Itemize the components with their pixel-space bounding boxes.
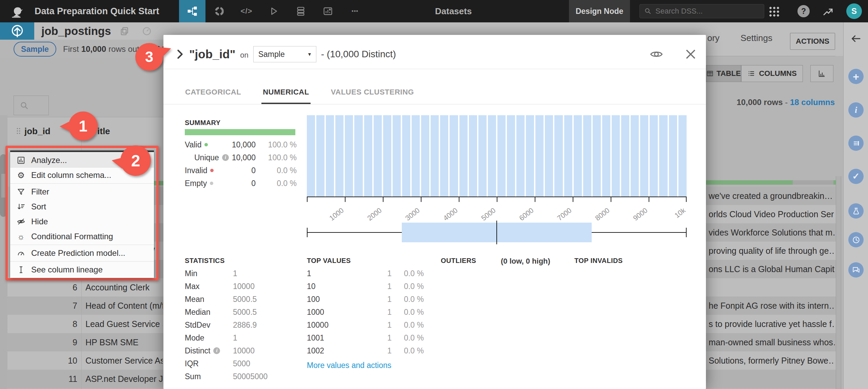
x-axis-tick — [383, 197, 383, 202]
menu-item-see-column-lineage[interactable]: See column lineage — [10, 262, 154, 277]
dataset-tabs-right: ory Settings ACTIONS — [706, 22, 843, 56]
global-search-input[interactable] — [655, 7, 750, 16]
columns-view-button[interactable]: COLUMNS — [741, 65, 803, 82]
stat-label: IQR — [185, 357, 199, 370]
tab-values-clustering[interactable]: VALUES CLUSTERING — [330, 85, 415, 104]
automation-nav-tile[interactable] — [288, 0, 314, 22]
histogram-bar — [612, 115, 620, 197]
filter-icon — [16, 187, 26, 196]
histogram-bar — [669, 115, 677, 197]
jobs-nav-tile[interactable] — [260, 0, 287, 22]
tab-settings[interactable]: Settings — [741, 33, 772, 43]
more-nav-tile[interactable]: ••• — [342, 0, 368, 22]
table-cell-job-id: 6 — [44, 278, 77, 296]
summary-value: 0 — [251, 164, 256, 177]
top-navigation-bar: Data Preparation Quick Start </> — [0, 0, 868, 22]
column-header-title-partial[interactable]: itle — [97, 126, 110, 137]
menu-separator — [10, 261, 154, 262]
table-filter-search[interactable] — [14, 96, 49, 115]
design-node-label[interactable]: Design Node — [569, 0, 630, 22]
global-search[interactable] — [639, 4, 764, 18]
stat-value: 10000 — [233, 344, 255, 357]
menu-item-label: Hide — [31, 217, 48, 226]
menu-item-conditional-formatting[interactable]: ☼Conditional Formatting — [10, 229, 154, 244]
info-button[interactable]: i — [848, 102, 864, 118]
bar-chart-icon — [817, 69, 826, 78]
top-value-row: 100210.0 % — [307, 344, 424, 357]
menu-item-filter[interactable]: Filter — [10, 184, 154, 199]
top-value: 1001 — [307, 331, 324, 344]
histogram-bar — [374, 115, 382, 197]
schema-button[interactable] — [848, 136, 864, 151]
schema-list-icon — [852, 139, 861, 148]
menu-item-create-prediction-model[interactable]: Create Prediction model... — [10, 246, 154, 261]
stat-row-mode: Mode1 — [185, 331, 300, 344]
menu-item-hide[interactable]: Hide — [10, 214, 154, 229]
drag-handle-icon[interactable] — [16, 127, 21, 135]
boxplot[interactable] — [307, 221, 687, 244]
right-header-divider — [706, 56, 835, 56]
row-count: 10,000 rows — [737, 98, 783, 107]
x-axis-tick — [459, 197, 459, 202]
history-button[interactable] — [848, 232, 864, 247]
annotation-step-2: 2 — [120, 145, 151, 176]
help-icon[interactable]: ? — [797, 5, 810, 17]
code-nav-tile[interactable]: </> — [233, 0, 260, 22]
column-count-link[interactable]: 18 columns — [790, 98, 835, 107]
table-cell-description-fragment: orlds Cloud Video Production Ser… — [709, 205, 835, 223]
chart-view-button[interactable] — [810, 65, 833, 82]
table-view-button[interactable]: TABLE — [706, 65, 741, 82]
tab-history-partial[interactable]: ory — [707, 33, 719, 43]
status-checks-button[interactable]: ✓ — [848, 169, 864, 184]
charts-nav-tile[interactable] — [206, 0, 233, 22]
more-values-link[interactable]: More values and actions — [307, 361, 391, 370]
top-value-count: 1 — [387, 267, 392, 280]
modal-header-divider — [163, 69, 706, 69]
apps-grid-icon[interactable] — [768, 6, 779, 17]
prediction-model-icon — [16, 249, 26, 258]
actions-button[interactable]: ACTIONS — [790, 33, 835, 50]
histogram-bar — [431, 115, 439, 197]
x-axis-tick — [497, 197, 497, 202]
stat-value: 1 — [233, 267, 237, 280]
nav-breadcrumb-datasets[interactable]: Datasets — [435, 0, 472, 22]
sample-badge[interactable]: Sample — [14, 42, 56, 57]
x-axis-tick — [345, 197, 346, 202]
top-value-count: 1 — [387, 344, 392, 357]
add-button[interactable]: + — [848, 69, 864, 84]
quality-bar-description-green — [706, 180, 793, 185]
eye-icon[interactable] — [649, 47, 664, 61]
trending-arrow-icon[interactable] — [822, 5, 834, 17]
copy-icon[interactable] — [119, 26, 130, 36]
dashboards-nav-tile[interactable] — [315, 0, 341, 22]
column-header-job-id[interactable]: job_id — [24, 126, 51, 137]
collapse-arrow-icon[interactable] — [850, 33, 862, 45]
boxplot-min-cap — [307, 228, 308, 237]
flow-nav-tile[interactable] — [179, 0, 205, 22]
top-value: 1000 — [307, 306, 324, 319]
histogram-bar — [659, 115, 667, 197]
menu-item-sort[interactable]: Sort — [10, 199, 154, 214]
tab-categorical[interactable]: CATEGORICAL — [184, 85, 242, 104]
close-icon[interactable] — [684, 47, 698, 61]
top-value: 100 — [307, 293, 320, 306]
table-vertical-scrollbar[interactable] — [836, 176, 841, 389]
right-panel-sidebar: + i ✓ — [843, 22, 868, 389]
sample-scope-select[interactable]: Sample ▼ — [253, 46, 316, 62]
chat-bubbles-icon — [852, 266, 861, 274]
discussions-button[interactable] — [848, 262, 864, 278]
dataiku-logo — [9, 3, 24, 19]
table-cell-job-id: 8 — [44, 315, 77, 333]
chevron-right-icon[interactable] — [176, 48, 184, 60]
table-cell-job-id: 10 — [44, 351, 77, 370]
histogram-bars[interactable] — [307, 115, 687, 197]
gauge-icon[interactable] — [142, 26, 152, 36]
tab-numerical[interactable]: NUMERICAL — [261, 85, 311, 104]
summary-section-title: SUMMARY — [185, 119, 220, 127]
lab-button[interactable] — [848, 203, 864, 219]
user-avatar[interactable]: S — [846, 3, 862, 19]
analysis-tabs: CATEGORICALNUMERICALVALUES CLUSTERING — [184, 85, 415, 104]
histogram-bar — [488, 115, 496, 197]
uploaded-dataset-icon[interactable] — [0, 22, 34, 40]
menu-item-label: Analyze... — [31, 156, 67, 165]
